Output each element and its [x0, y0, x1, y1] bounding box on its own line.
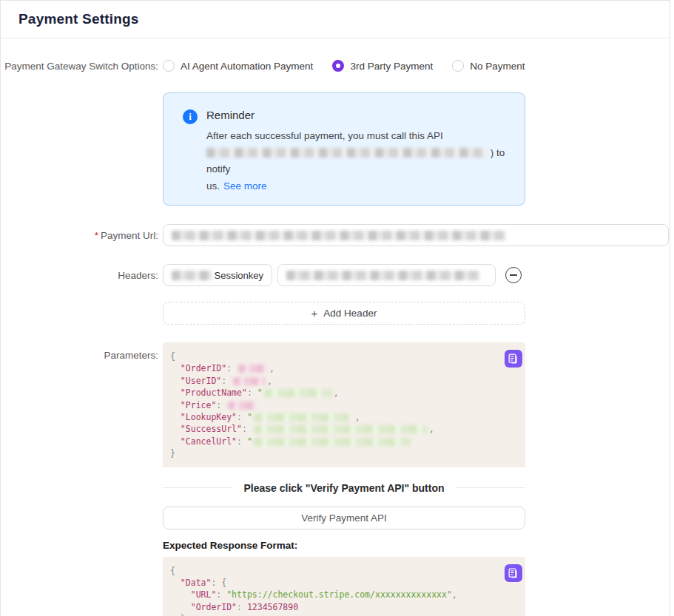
- redacted-value: [238, 365, 268, 373]
- payment-settings-card: Payment Settings Payment Gateway Switch …: [0, 0, 670, 616]
- redacted-value: [264, 389, 332, 397]
- expected-code-row: { "Data": { "URL": "https://checkout.str…: [1, 557, 670, 616]
- radio-icon[interactable]: [163, 60, 175, 72]
- radio-label: AI Agent Automation Payment: [181, 61, 313, 72]
- see-more-link[interactable]: See more: [223, 180, 267, 192]
- reminder-row: i Reminder After each successful payment…: [1, 72, 670, 206]
- copy-icon: [508, 353, 519, 364]
- page-header: Payment Settings: [1, 1, 670, 38]
- redacted-value: [254, 438, 411, 446]
- verify-payment-api-button[interactable]: Verify Payment API: [163, 507, 525, 529]
- header-key-input[interactable]: Sessionkey: [163, 264, 272, 286]
- radio-no-payment[interactable]: No Payment: [452, 60, 525, 72]
- reminder-alert: i Reminder After each successful payment…: [163, 92, 525, 206]
- payment-url-row: *Payment Url:: [1, 224, 670, 246]
- divider-text: Please click "Verify Payment API" button: [243, 482, 444, 494]
- radio-icon[interactable]: [332, 60, 344, 72]
- parameters-label: Parameters:: [1, 342, 163, 361]
- redacted-api-url: [206, 148, 488, 158]
- redacted-payment-url-value: [172, 231, 506, 240]
- expected-code-block: { "Data": { "URL": "https://checkout.str…: [163, 557, 525, 616]
- radio-icon[interactable]: [452, 60, 464, 72]
- verify-row: Verify Payment API: [1, 507, 670, 529]
- parameters-code-block: { "OrderID": , "UserID": , "ProductName"…: [163, 342, 525, 467]
- plus-icon: +: [311, 307, 318, 319]
- required-mark: *: [95, 230, 98, 241]
- expected-response-format-label: Expected Response Format:: [163, 540, 297, 551]
- radio-ai-agent-automation-payment[interactable]: AI Agent Automation Payment: [163, 60, 313, 72]
- copy-icon: [508, 568, 519, 578]
- radio-3rd-party-payment[interactable]: 3rd Party Payment: [332, 60, 433, 72]
- redacted-value: [254, 413, 348, 422]
- remove-header-icon[interactable]: [505, 267, 522, 283]
- add-header-button[interactable]: + Add Header: [163, 302, 525, 325]
- radio-label: No Payment: [470, 61, 525, 72]
- redacted-value: [254, 425, 428, 433]
- redacted-header-value: [286, 271, 480, 280]
- parameters-row: Parameters: { "OrderID": , "UserID": , "…: [1, 342, 670, 467]
- expected-label-row: Expected Response Format:: [1, 540, 670, 551]
- radio-group-label: Payment Gateway Switch Options:: [1, 61, 163, 72]
- divider: Please click "Verify Payment API" button: [163, 482, 525, 494]
- payment-gateway-options-row: Payment Gateway Switch Options: AI Agent…: [1, 60, 670, 72]
- headers-label: Headers:: [1, 270, 163, 281]
- redacted-header-key-prefix: [172, 271, 212, 280]
- add-header-row: + Add Header: [1, 302, 670, 325]
- payment-url-input[interactable]: [163, 224, 669, 246]
- redacted-value: [228, 402, 257, 410]
- radio-group: AI Agent Automation Payment 3rd Party Pa…: [163, 60, 525, 72]
- redacted-value: [233, 377, 266, 385]
- divider-row: Please click "Verify Payment API" button: [1, 482, 670, 494]
- payment-url-label: *Payment Url:: [1, 230, 163, 241]
- copy-expected-button[interactable]: [505, 564, 522, 582]
- radio-label: 3rd Party Payment: [350, 61, 433, 72]
- info-icon: i: [183, 109, 198, 124]
- page-title: Payment Settings: [18, 11, 139, 27]
- header-value-input[interactable]: [277, 264, 496, 286]
- header-key-text: Sessionkey: [215, 270, 263, 281]
- headers-row: Headers: Sessionkey: [1, 264, 670, 286]
- reminder-body: After each successful payment, you must …: [206, 128, 507, 194]
- reminder-title: Reminder: [206, 109, 507, 121]
- copy-parameters-button[interactable]: [505, 350, 522, 368]
